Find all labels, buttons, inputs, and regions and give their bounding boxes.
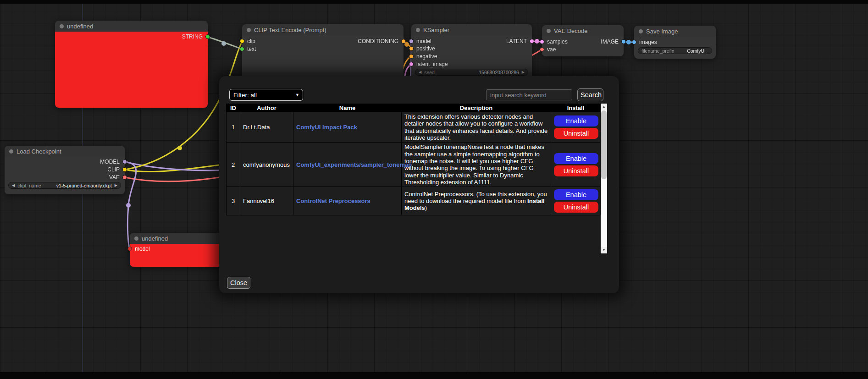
input-port-model[interactable]: model [127,246,150,252]
collapse-dot[interactable] [247,28,251,32]
port-dot[interactable] [122,167,127,172]
node-vae-decode[interactable]: VAE Decode samples vae IMAGE [542,25,624,56]
node-header[interactable]: CLIP Text Encode (Prompt) [242,24,404,35]
port-dot[interactable] [240,39,244,44]
port-dot[interactable] [205,34,210,39]
output-port-conditioning[interactable]: CONDITIONING [358,38,406,44]
port-dot[interactable] [127,247,132,251]
search-input[interactable] [486,89,572,100]
uninstall-button[interactable]: Uninstall [554,165,598,176]
uninstall-button[interactable]: Uninstall [554,128,598,139]
node-header[interactable]: undefined [55,21,208,32]
port-dot[interactable] [409,39,414,44]
input-port-vae[interactable]: vae [540,46,556,53]
scrollbar-thumb[interactable] [601,110,607,179]
port-dot[interactable] [540,47,544,52]
uninstall-button[interactable]: Uninstall [554,202,598,213]
widget-label: ckpt_name [17,183,41,188]
node-header[interactable]: VAE Decode [542,25,624,36]
input-port-clip[interactable]: clip [240,38,255,44]
collapse-dot[interactable] [134,236,138,241]
port-label: text [247,46,256,52]
widget-value: v1-5-pruned-emaonly.ckpt [56,183,112,188]
port-label: clip [247,38,255,44]
node-undefined-top[interactable]: undefined STRING [55,21,208,108]
node-body: STRING [55,32,208,108]
extension-row: 1Dr.Lt.DataComfyUI Impact PackThis exten… [227,112,601,143]
node-ksampler[interactable]: KSampler model positive negative latent_… [411,24,532,81]
node-title: undefined [67,23,93,30]
output-port-string[interactable]: STRING [182,33,210,40]
next-arrow-icon[interactable]: ▶ [115,182,117,189]
increment-arrow-icon[interactable]: ▶ [522,69,525,76]
node-header[interactable]: KSampler [411,24,532,35]
decrement-arrow-icon[interactable]: ◀ [419,69,421,76]
input-port-text[interactable]: text [240,46,256,52]
port-dot[interactable] [409,62,414,66]
widget-value: 156680208700286 [479,70,519,75]
port-dot[interactable] [530,39,534,44]
enable-button[interactable]: Enable [554,115,598,126]
port-dot[interactable] [621,39,626,44]
port-dot[interactable] [122,175,127,180]
collapse-dot[interactable] [547,29,551,33]
node-title: undefined [142,235,168,242]
node-save-image[interactable]: Save Image images filename_prefix ComfyU… [634,26,716,59]
close-button[interactable]: Close [227,277,250,289]
port-dot[interactable] [122,159,127,164]
ckpt-name-widget[interactable]: ◀ ckpt_name v1-5-pruned-emaonly.ckpt ▶ [8,182,121,189]
search-button[interactable]: Search [577,88,603,101]
extension-link[interactable]: ComfyUI_experiments/sampler_tonemap [296,161,412,168]
port-label: MODEL [100,159,120,165]
output-port-model[interactable]: MODEL [100,159,127,165]
port-dot[interactable] [540,39,544,44]
install-cell: EnableUninstall [551,112,601,143]
collapse-dot[interactable] [416,28,420,32]
table-header-row: ID Author Name Description Install [227,104,601,112]
extension-link[interactable]: ControlNet Preprocessors [296,198,370,204]
description-text: ControlNet Preprocessors. (To use this e… [404,191,547,204]
extensions-table-wrap: ID Author Name Description Install 1Dr.L… [226,104,600,253]
widget-label: filename_prefix [641,48,674,54]
extension-link[interactable]: ComfyUI Impact Pack [296,124,357,131]
node-header[interactable]: Save Image [634,26,716,37]
filename-prefix-widget[interactable]: filename_prefix ComfyUI [638,47,712,54]
input-port-model[interactable]: model [409,38,431,44]
enable-button[interactable]: Enable [554,153,598,164]
input-port-latent-image[interactable]: latent_image [409,61,448,67]
port-label: IMAGE [601,38,619,45]
output-port-latent[interactable]: LATENT [506,38,534,44]
enable-button[interactable]: Enable [554,189,598,200]
port-dot[interactable] [409,46,414,51]
output-port-vae[interactable]: VAE [109,174,127,181]
port-dot[interactable] [632,40,636,44]
input-port-negative[interactable]: negative [409,53,437,60]
comfyui-canvas[interactable]: undefined STRING CLIP Text Encode (Promp… [0,0,868,379]
input-port-positive[interactable]: positive [409,45,435,52]
table-scrollbar[interactable]: ▲ ▼ [601,104,607,253]
scroll-up-icon[interactable]: ▲ [601,104,607,110]
node-load-checkpoint[interactable]: Load Checkpoint MODEL CLIP VAE ◀ ckpt_na… [5,146,125,194]
filter-select[interactable]: Filter: all [229,89,303,101]
collapse-dot[interactable] [639,29,643,33]
node-title: Load Checkpoint [17,148,61,155]
output-port-clip[interactable]: CLIP [107,166,127,173]
input-port-images[interactable]: images [632,39,657,45]
collapse-dot[interactable] [60,24,64,28]
extension-id: 3 [227,187,240,215]
seed-widget[interactable]: ◀ seed 156680208700286 ▶ [415,69,528,76]
node-header[interactable]: Load Checkpoint [5,146,125,157]
collapse-dot[interactable] [9,149,13,154]
port-label: VAE [109,174,120,181]
port-dot[interactable] [240,47,244,51]
node-clip-text-encode[interactable]: CLIP Text Encode (Prompt) clip text COND… [242,24,404,81]
output-port-image[interactable]: IMAGE [601,38,626,45]
input-port-samples[interactable]: samples [540,38,568,45]
extension-description: ModelSamplerTonemapNoiseTest a node that… [402,143,551,187]
custom-nodes-manager-dialog: Filter: all ▼ Search ID Author Name Desc… [219,76,619,293]
port-dot[interactable] [401,39,406,44]
port-dot[interactable] [409,54,414,59]
previous-arrow-icon[interactable]: ◀ [12,182,15,189]
scroll-down-icon[interactable]: ▼ [601,247,607,253]
column-header-id: ID [227,104,240,112]
